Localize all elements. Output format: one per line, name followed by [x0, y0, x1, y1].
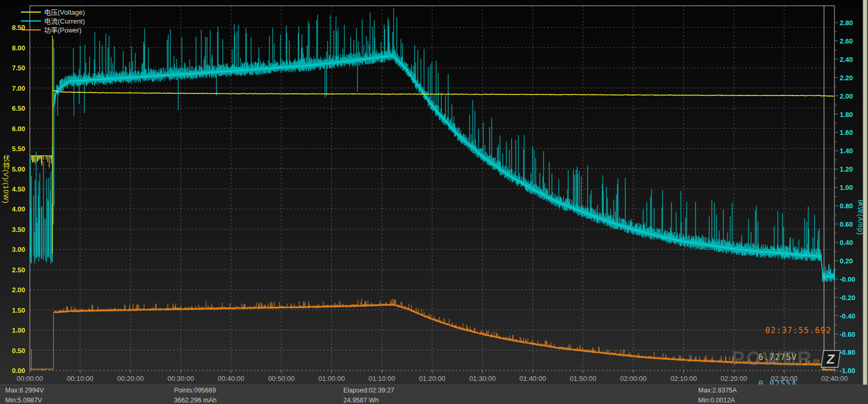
right-axis-tick-label: 2.20: [840, 73, 853, 81]
left-axis-tick-label: 1.00: [12, 326, 25, 334]
legend-item-current: 电流(Current): [21, 16, 85, 25]
right-axis-tick-label: 2.40: [840, 55, 853, 63]
legend-item-voltage: 电压(Voltage): [21, 7, 85, 16]
right-axis-tick-label: 0.20: [840, 257, 853, 264]
left-axis-tick-label: 6.50: [12, 104, 25, 112]
right-axis-tick-label: 2.60: [840, 37, 853, 45]
status-current-stats: Max:2.8375A Min:0.0012A: [698, 385, 737, 404]
left-axis-tick-label: 2.00: [12, 286, 25, 294]
x-axis-tick-label: 01:00:00: [318, 375, 345, 382]
x-axis-tick-label: 00:50:00: [268, 375, 295, 382]
x-axis-tick-label: 02:40:00: [821, 375, 848, 382]
left-axis-title: 伏特(V)/(10W): [1, 155, 11, 204]
x-axis-tick-label: 01:20:00: [419, 375, 446, 382]
legend-label-power: 功率(Power): [44, 25, 82, 35]
right-axis-tick-label: 1.20: [840, 165, 853, 173]
x-axis-tick-label: 01:10:00: [368, 375, 395, 382]
right-axis-tick-label: 2.00: [840, 92, 853, 100]
capacity-stat: 3662.296 mAh: [174, 396, 216, 404]
chart-canvas: [0, 0, 868, 404]
tooltip-time: 02:37:55.692: [758, 326, 831, 335]
status-voltage-stats: Max:8.2994V Min:5.0987V: [5, 385, 44, 404]
current-max-stat: Max:2.8375A: [698, 386, 737, 395]
points-stat: Points:095669: [174, 386, 216, 395]
x-axis-tick-label: 00:20:00: [117, 375, 144, 382]
left-axis-tick-label: 0.50: [12, 346, 25, 354]
watermark-z-logo: Z: [821, 350, 841, 368]
right-axis-tick-label: -0.80: [840, 348, 855, 356]
elapsed-stat: Elapsed:02:39:27: [343, 386, 394, 395]
right-axis-ticks: [834, 23, 838, 371]
chart-legend: 电压(Voltage) 电流(Current) 功率(Power): [21, 7, 85, 34]
x-axis-tick-label: 02:20:00: [721, 375, 747, 382]
voltage-series: [53, 90, 834, 96]
right-axis-tick-label: 0.60: [840, 220, 853, 228]
left-axis-tick-label: 0.00: [12, 367, 25, 375]
chart-plot-area[interactable]: 电压(Voltage) 电流(Current) 功率(Power) 伏特(V)/…: [0, 0, 868, 385]
voltage-min-stat: Min:5.0987V: [5, 396, 44, 404]
power-z-watermark: POWER- Z: [732, 348, 840, 370]
left-axis-tick-label: 3.50: [12, 225, 25, 233]
right-axis-tick-label: 1.60: [840, 129, 853, 136]
right-axis-tick-label: -1.00: [840, 367, 855, 375]
right-axis-tick-label: -0.00: [840, 275, 855, 283]
left-axis-tick-label: 5.50: [12, 145, 25, 153]
left-axis-tick-label: 2.50: [12, 265, 25, 273]
current-line-swatch: [21, 20, 41, 22]
right-axis-tick-label: -0.20: [840, 293, 855, 301]
energy-stat: 24.9587 Wh: [343, 396, 394, 404]
status-points-capacity: Points:095669 3662.296 mAh: [174, 385, 216, 404]
left-axis-tick-label: 1.50: [12, 306, 25, 314]
x-axis-tick-label: 01:30:00: [469, 375, 496, 382]
x-axis-tick-label: 02:10:00: [670, 375, 697, 382]
left-axis-tick-label: 4.00: [12, 205, 25, 213]
legend-item-power: 功率(Power): [21, 25, 85, 34]
status-bar: Max:8.2994V Min:5.0987V Points:095669 36…: [0, 385, 868, 404]
x-axis-tick-label: 01:40:00: [519, 375, 546, 382]
left-axis-tick-label: 6.00: [12, 124, 25, 132]
left-axis-tick-label: 3.00: [12, 246, 25, 253]
right-axis-tick-label: -0.40: [840, 312, 855, 320]
left-axis-tick-label: 7.00: [12, 84, 25, 92]
x-axis-tick-label: 02:00:00: [620, 375, 647, 382]
right-axis-tick-label: -0.60: [840, 330, 855, 338]
right-axis-tick-label: 1.40: [840, 147, 853, 155]
x-axis-ticks: [30, 370, 834, 373]
left-axis-tick-label: 4.50: [12, 185, 25, 193]
left-axis-tick-label: 8.50: [12, 24, 25, 31]
right-axis-tick-label: 1.80: [840, 110, 853, 118]
voltage-max-stat: Max:8.2994V: [5, 386, 44, 395]
power-series: [53, 305, 834, 370]
x-axis-tick-label: 00:30:00: [168, 375, 194, 382]
current-min-stat: Min:0.0012A: [698, 396, 737, 404]
gridlines: [30, 6, 834, 370]
right-axis-tick-label: 2.80: [840, 18, 853, 26]
status-elapsed-energy: Elapsed:02:39:27 24.9587 Wh: [343, 385, 394, 404]
right-axis-tick-label: 0.40: [840, 238, 853, 246]
x-axis-tick-label: 00:00:00: [17, 375, 44, 382]
x-axis-tick-label: 01:50:00: [570, 375, 596, 382]
left-axis-tick-label: 8.00: [12, 44, 25, 51]
right-axis-tick-label: 1.00: [840, 184, 853, 192]
power-z-recorder-window: 电压(Voltage) 电流(Current) 功率(Power) 伏特(V)/…: [0, 0, 868, 404]
watermark-text: POWER-: [732, 348, 821, 370]
right-splitter-strip[interactable]: [863, 0, 868, 404]
x-axis-tick-label: 00:40:00: [218, 375, 244, 382]
voltage-line-swatch: [21, 12, 41, 13]
left-axis-tick-label: 5.00: [12, 165, 25, 173]
x-axis-tick-label: 00:10:00: [67, 375, 94, 382]
left-axis-tick-label: 7.50: [12, 64, 25, 72]
x-axis-tick-label: 02:30:00: [771, 375, 798, 382]
right-axis-tick-label: 0.80: [840, 202, 853, 210]
